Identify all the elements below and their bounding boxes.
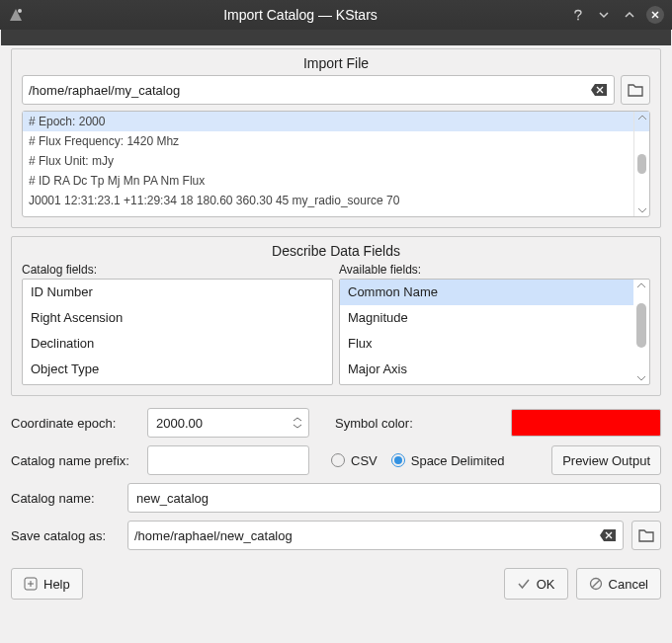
list-item[interactable]: Right Ascension bbox=[23, 305, 332, 331]
save-as-label: Save catalog as: bbox=[11, 528, 120, 543]
catalog-name-input[interactable] bbox=[127, 483, 661, 513]
prefix-label: Catalog name prefix: bbox=[11, 453, 139, 468]
scroll-up-icon[interactable] bbox=[633, 280, 649, 291]
toolbar-spacer bbox=[1, 30, 671, 45]
catalog-name-field[interactable] bbox=[136, 484, 652, 512]
coord-epoch-label: Coordinate epoch: bbox=[11, 416, 139, 431]
data-fields-group: Describe Data Fields Catalog fields: ID … bbox=[11, 236, 661, 396]
spin-down-icon[interactable] bbox=[294, 424, 301, 429]
list-item[interactable]: Declination bbox=[23, 331, 332, 357]
minimize-icon[interactable] bbox=[595, 6, 613, 24]
help-button[interactable]: Help bbox=[11, 568, 83, 600]
list-item[interactable]: ID Number bbox=[23, 280, 332, 305]
preview-output-button[interactable]: Preview Output bbox=[551, 445, 661, 475]
titlebar: Import Catalog — KStars bbox=[0, 0, 672, 30]
space-radio-label: Space Delimited bbox=[411, 453, 505, 468]
help-button-label: Help bbox=[43, 577, 70, 592]
list-item[interactable]: Major Axis bbox=[340, 357, 633, 382]
clear-save-icon[interactable] bbox=[599, 526, 617, 544]
list-item[interactable]: Object Type bbox=[23, 357, 332, 382]
help-icon[interactable] bbox=[569, 6, 587, 24]
import-file-group: Import File # Epoch: 2000# Flux Frequenc… bbox=[11, 48, 661, 228]
prefix-field[interactable] bbox=[156, 446, 300, 474]
list-item[interactable]: Flux bbox=[340, 331, 633, 357]
svg-point-2 bbox=[577, 19, 579, 21]
csv-radio[interactable]: CSV bbox=[331, 453, 378, 468]
list-item[interactable]: Magnitude bbox=[340, 305, 633, 331]
import-path-input[interactable] bbox=[22, 75, 615, 105]
cancel-icon bbox=[589, 577, 603, 591]
space-radio[interactable]: Space Delimited bbox=[391, 453, 505, 468]
prefix-input[interactable] bbox=[147, 445, 309, 475]
available-fields-list[interactable]: Common NameMagnitudeFluxMajor AxisMinor … bbox=[339, 279, 650, 385]
browse-import-button[interactable] bbox=[621, 75, 650, 105]
data-fields-title: Describe Data Fields bbox=[12, 237, 660, 263]
coord-epoch-field[interactable] bbox=[156, 416, 293, 431]
scroll-thumb[interactable] bbox=[636, 303, 646, 348]
preview-line[interactable]: # Flux Frequency: 1420 Mhz bbox=[29, 131, 631, 151]
cancel-button[interactable]: Cancel bbox=[576, 568, 661, 600]
browse-save-button[interactable] bbox=[631, 521, 661, 550]
app-icon bbox=[8, 7, 24, 23]
ok-button-label: OK bbox=[537, 577, 555, 592]
preview-line[interactable]: # Flux Unit: mJy bbox=[29, 151, 631, 171]
csv-radio-label: CSV bbox=[351, 453, 378, 468]
list-item[interactable]: Minor Axis bbox=[340, 382, 633, 385]
clear-path-icon[interactable] bbox=[590, 81, 608, 99]
catalog-fields-label: Catalog fields: bbox=[22, 263, 333, 277]
preview-line[interactable]: J0001 12:31:23.1 +11:29:34 18 180.60 360… bbox=[29, 191, 631, 210]
window-title: Import Catalog — KStars bbox=[32, 7, 569, 23]
catalog-fields-list[interactable]: ID NumberRight AscensionDeclinationObjec… bbox=[22, 279, 333, 385]
preview-line[interactable]: # Epoch: 2000 bbox=[23, 112, 649, 131]
available-fields-label: Available fields: bbox=[339, 263, 650, 277]
preview-line[interactable]: # ID RA Dc Tp Mj Mn PA Nm Flux bbox=[29, 171, 631, 191]
save-path-input[interactable] bbox=[127, 521, 624, 550]
scroll-down-icon[interactable] bbox=[634, 204, 649, 216]
import-path-field[interactable] bbox=[29, 83, 590, 98]
import-file-title: Import File bbox=[12, 49, 660, 75]
list-item[interactable]: Common Name bbox=[340, 280, 633, 305]
radio-icon bbox=[331, 453, 345, 467]
file-preview[interactable]: # Epoch: 2000# Flux Frequency: 1420 Mhz#… bbox=[22, 111, 650, 217]
svg-point-1 bbox=[18, 9, 22, 13]
cancel-button-label: Cancel bbox=[609, 577, 648, 592]
help-icon bbox=[24, 577, 38, 591]
radio-icon bbox=[391, 453, 405, 467]
scroll-thumb[interactable] bbox=[637, 154, 646, 174]
preview-scrollbar[interactable] bbox=[633, 112, 649, 216]
symbol-color-label: Symbol color: bbox=[335, 416, 413, 431]
check-icon bbox=[517, 577, 531, 591]
scroll-down-icon[interactable] bbox=[633, 372, 649, 384]
maximize-icon[interactable] bbox=[621, 6, 638, 24]
scroll-up-icon[interactable] bbox=[634, 112, 649, 123]
coord-epoch-input[interactable] bbox=[147, 408, 309, 438]
close-icon[interactable] bbox=[646, 6, 664, 24]
ok-button[interactable]: OK bbox=[504, 568, 568, 600]
save-path-field[interactable] bbox=[134, 528, 599, 543]
available-scrollbar[interactable] bbox=[633, 280, 649, 384]
spin-up-icon[interactable] bbox=[294, 417, 301, 422]
symbol-color-button[interactable] bbox=[511, 409, 661, 437]
catalog-name-label: Catalog name: bbox=[11, 491, 120, 506]
